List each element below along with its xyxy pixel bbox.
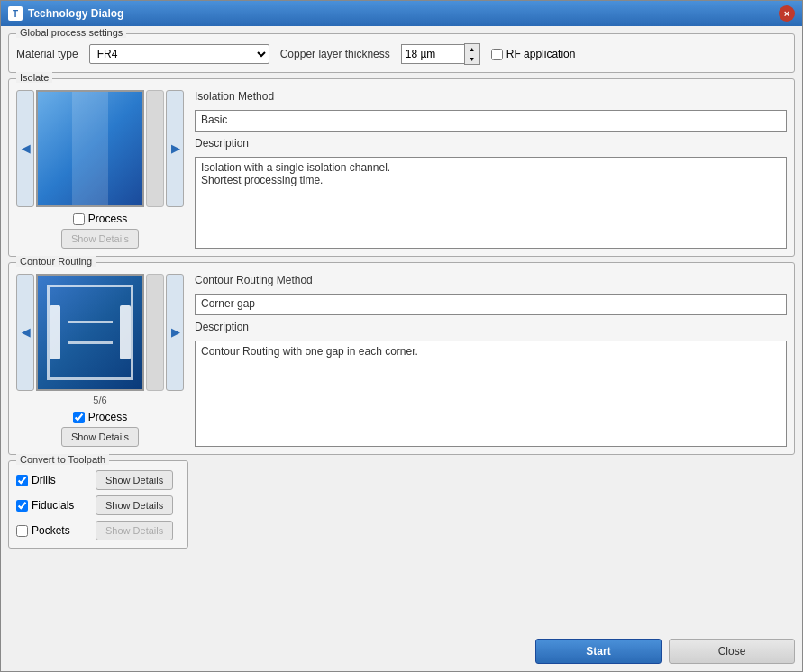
isolate-method-label: Isolation Method [195,90,787,103]
contour-bar-left [50,305,60,359]
isolate-right-strip [146,90,164,207]
convert-label: Convert to Toolpath [16,454,109,465]
isolate-method-value: Basic [195,110,787,132]
drills-checkbox-label: Drills [16,474,88,486]
isolate-process-label: Process [88,213,127,225]
drills-show-details-btn[interactable]: Show Details [96,470,173,490]
spinbox-arrows: ▲ ▼ [464,43,480,65]
isolate-stripe-decoration [72,92,108,205]
contour-process-row: Process [73,411,127,423]
global-settings-label: Global process settings [16,27,126,38]
contour-process-label: Process [88,411,127,423]
drills-label: Drills [32,474,56,486]
contour-group: Contour Routing ◀ [8,262,795,455]
titlebar: T Technology Dialog × [1,1,802,26]
pockets-row: Pockets Show Details [16,521,180,540]
isolate-process-row: Process [73,213,127,225]
spinbox-down[interactable]: ▼ [465,54,479,64]
global-settings-row: Material type FR4 FR2 Aluminum Rogers Co… [16,43,787,65]
isolate-image-panel: ◀ ▶ Process Show Details [16,90,184,249]
isolate-carousel: ◀ ▶ [16,90,184,207]
contour-show-details-btn[interactable]: Show Details [61,427,139,447]
isolate-process-checkbox[interactable] [73,213,85,225]
convert-group: Convert to Toolpath Drills Show Details [8,460,188,549]
fiducials-checkbox[interactable] [16,500,28,512]
copper-thickness-label: Copper layer thickness [280,48,390,60]
pockets-checkbox[interactable] [16,525,28,537]
contour-line-bottom [68,341,113,344]
contour-desc-value: Contour Routing with one gap in each cor… [195,341,787,447]
fiducials-row: Fiducials Show Details [16,495,180,515]
rf-application-label: RF application [506,48,576,60]
pockets-show-details-btn[interactable]: Show Details [96,521,173,540]
isolate-image [36,90,144,207]
contour-method-value: Corner gap [195,294,787,315]
contour-inner: ◀ [16,274,787,447]
isolate-desc-value: Isolation with a single isolation channe… [195,157,787,249]
start-button[interactable]: Start [535,639,662,664]
contour-image [36,274,144,391]
rf-application-checkbox[interactable] [491,49,503,60]
contour-image-panel: ◀ [16,274,184,447]
fiducials-label: Fiducials [32,499,74,512]
titlebar-icon: T [8,6,23,21]
contour-image-index: 5/6 [93,395,106,405]
technology-dialog-window: T Technology Dialog × Global process set… [0,0,803,672]
global-settings-group: Global process settings Material type FR… [8,33,795,73]
isolate-inner: ◀ ▶ Process Show Details Isol [16,90,787,249]
material-type-select[interactable]: FR4 FR2 Aluminum Rogers [89,44,269,64]
isolate-group: Isolate ◀ ▶ Process [8,78,795,257]
contour-carousel: ◀ [16,274,184,391]
contour-line-top [68,321,113,323]
titlebar-title: Technology Dialog [28,7,779,20]
close-button[interactable]: × [779,5,795,22]
convert-items: Drills Show Details Fiducials Show Detai… [16,470,180,540]
bottom-spacer [196,460,795,549]
contour-decoration [47,285,133,380]
copper-thickness-spinbox: 18 µm ▲ ▼ [401,43,480,65]
bottom-bar: Start Close [1,633,802,671]
contour-right-strip [146,274,164,391]
contour-next-btn[interactable]: ▶ [166,274,184,391]
contour-right-panel: Contour Routing Method Corner gap Descri… [195,274,787,447]
contour-label: Contour Routing [16,256,96,267]
isolate-label: Isolate [16,72,52,83]
bottom-row: Convert to Toolpath Drills Show Details [8,460,795,549]
drills-row: Drills Show Details [16,470,180,490]
isolate-right-panel: Isolation Method Basic Description Isola… [195,90,787,249]
close-dialog-button[interactable]: Close [669,639,795,664]
contour-method-label: Contour Routing Method [195,274,787,286]
contour-desc-label: Description [195,321,787,333]
contour-bar-right [120,305,131,359]
isolate-desc-label: Description [195,137,787,150]
drills-checkbox[interactable] [16,475,28,486]
isolate-show-details-btn[interactable]: Show Details [61,229,139,249]
fiducials-show-details-btn[interactable]: Show Details [96,495,173,515]
main-content: Global process settings Material type FR… [1,26,802,633]
pockets-label: Pockets [32,524,70,537]
fiducials-checkbox-label: Fiducials [16,499,88,512]
rf-application-row: RF application [491,48,576,60]
material-type-label: Material type [16,48,78,60]
spinbox-up[interactable]: ▲ [465,44,479,54]
contour-bars [50,305,131,359]
contour-process-checkbox[interactable] [73,412,85,423]
isolate-next-btn[interactable]: ▶ [166,90,184,207]
pockets-checkbox-label: Pockets [16,524,88,537]
contour-prev-btn[interactable]: ◀ [16,274,34,391]
copper-thickness-input[interactable]: 18 µm [401,44,464,64]
isolate-prev-btn[interactable]: ◀ [16,90,34,207]
